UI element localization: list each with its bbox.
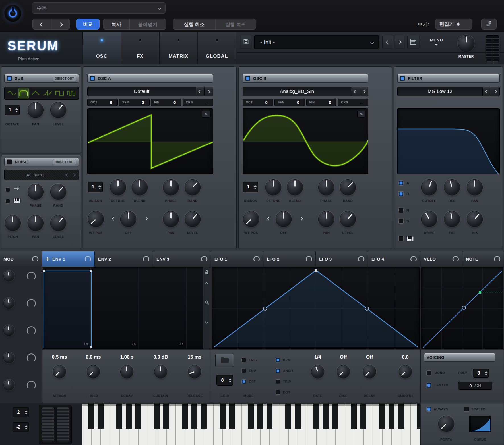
noise-next-icon[interactable]	[72, 173, 76, 177]
attack-knob[interactable]	[53, 365, 66, 378]
osc-b-wtpos-knob[interactable]	[243, 211, 259, 227]
lfo-delay-knob[interactable]	[363, 365, 376, 378]
osc-a-waveform-display[interactable]: ✎	[87, 108, 213, 174]
env1-display[interactable]: 1 s 2 s 3 s	[43, 267, 210, 349]
osc-a-rand-knob[interactable]	[185, 179, 201, 195]
mod-slot-3-knob[interactable]	[3, 325, 14, 336]
noise-keytrack-checkbox[interactable]	[5, 199, 10, 204]
host-prev-button[interactable]	[33, 19, 51, 30]
osc-b-detune-knob[interactable]	[265, 179, 281, 195]
osc-b-warp-prev-icon[interactable]	[267, 217, 271, 221]
filter-drive-knob[interactable]	[421, 211, 437, 227]
osc-b-blend-knob[interactable]	[287, 179, 303, 195]
lfo1-display[interactable]	[212, 267, 420, 349]
bend-up-stepper[interactable]: 2	[13, 407, 29, 417]
mod-wheel[interactable]	[57, 407, 69, 442]
lfo-mode-env-checkbox[interactable]	[241, 369, 246, 373]
lfo-rise-knob[interactable]	[337, 365, 350, 378]
porta-curve-display[interactable]	[469, 416, 491, 432]
osc-b-waveform-display[interactable]: ✎	[243, 108, 368, 174]
tab-lfo1[interactable]: LFO 1	[211, 251, 263, 267]
tab-lfo4[interactable]: LFO 4	[368, 251, 420, 267]
tab-global[interactable]: GLOBAL	[198, 32, 236, 64]
magnifier-icon[interactable]	[205, 300, 209, 306]
menu-button[interactable]: MENU	[424, 38, 448, 47]
tab-env1[interactable]: ENV 1	[42, 251, 95, 267]
sub-wave-sine-icon[interactable]	[7, 88, 17, 98]
osc-a-warp-next-icon[interactable]	[144, 217, 148, 221]
host-preset-dropdown[interactable]: 수동	[32, 2, 166, 14]
porta-knob[interactable]	[438, 416, 454, 432]
tab-fx[interactable]: FX	[121, 32, 159, 64]
drag-assign-icon[interactable]	[46, 257, 50, 261]
filter-route-b-checkbox[interactable]	[398, 191, 404, 196]
osc-a-pan-knob[interactable]	[163, 211, 179, 227]
preset-name-field[interactable]: - Init -	[254, 35, 379, 49]
sub-octave-stepper[interactable]: 1	[5, 105, 20, 115]
tab-osc[interactable]: OSC	[82, 32, 121, 64]
host-next-button[interactable]	[51, 19, 70, 30]
osc-a-unison-stepper[interactable]: 1	[88, 182, 103, 192]
lock-icon[interactable]	[205, 270, 209, 275]
osc-a-wt-prev-button[interactable]	[196, 87, 204, 96]
bend-down-stepper[interactable]: -2	[13, 422, 29, 432]
sub-wave-pulse-icon[interactable]	[66, 88, 77, 98]
osc-b-sem-field[interactable]: SEM0	[274, 99, 305, 106]
power-button[interactable]	[4, 5, 22, 22]
tab-velo[interactable]: VELO	[420, 251, 462, 267]
filter-cutoff-knob[interactable]	[421, 179, 437, 195]
osc-a-sem-field[interactable]: SEM0	[119, 99, 150, 106]
osc-a-enable-checkbox[interactable]	[90, 76, 95, 81]
preset-prev-button[interactable]	[382, 36, 393, 48]
osc-b-crs-field[interactable]: CRS--	[338, 99, 368, 106]
noise-oneshot-checkbox[interactable]	[5, 187, 10, 192]
sub-wave-saw-icon[interactable]	[42, 88, 53, 98]
filter-next-button[interactable]	[491, 87, 499, 96]
osc-b-level-knob[interactable]	[340, 211, 356, 227]
tab-matrix[interactable]: MATRIX	[159, 32, 198, 64]
mod-slot-1-knob[interactable]	[3, 271, 14, 281]
osc-b-pan-knob[interactable]	[318, 211, 334, 227]
pitch-wheel[interactable]	[42, 407, 54, 442]
save-preset-button[interactable]	[240, 36, 252, 48]
filter-prev-button[interactable]	[482, 87, 491, 96]
osc-a-warp-knob[interactable]	[120, 211, 136, 227]
noise-level-knob[interactable]	[50, 215, 66, 231]
compare-button[interactable]: 비교	[76, 19, 100, 30]
noise-phase-knob[interactable]	[28, 184, 44, 200]
master-knob[interactable]	[458, 35, 474, 52]
noise-direct-out-button[interactable]: DIRECT OUT	[53, 159, 76, 165]
osc-b-fin-field[interactable]: FIN0	[306, 99, 337, 106]
sub-enable-checkbox[interactable]	[7, 76, 12, 81]
hold-knob[interactable]	[87, 365, 100, 378]
osc-b-edit-pencil-icon[interactable]: ✎	[357, 111, 366, 118]
lfo-dotted-checkbox[interactable]	[276, 390, 280, 395]
lfo-grid-stepper[interactable]: 8	[216, 375, 233, 386]
lfo-anchor-checkbox[interactable]	[276, 369, 280, 373]
release-knob[interactable]	[188, 365, 201, 378]
osc-a-wavetable-selector[interactable]: Default	[87, 87, 213, 96]
lfo-rate-knob[interactable]	[311, 365, 324, 378]
note-curve-display[interactable]	[421, 267, 503, 349]
osc-b-wt-next-button[interactable]	[360, 87, 368, 96]
lfo-bpm-checkbox[interactable]	[276, 358, 280, 362]
osc-a-fin-field[interactable]: FIN0	[151, 99, 181, 106]
mono-checkbox[interactable]	[426, 370, 431, 375]
osc-b-warp-next-icon[interactable]	[299, 217, 303, 221]
sub-direct-out-button[interactable]: DIRECT OUT	[53, 76, 76, 81]
tab-env2[interactable]: ENV 2	[95, 251, 153, 267]
zoom-out-chevron-icon[interactable]	[205, 320, 208, 324]
osc-b-wt-prev-button[interactable]	[351, 87, 360, 96]
sub-wave-square-icon[interactable]	[54, 88, 65, 98]
tab-mod[interactable]: MOD	[0, 251, 42, 267]
osc-b-warp-knob[interactable]	[276, 211, 292, 227]
tab-note[interactable]: NOTE	[462, 251, 504, 267]
lfo-triplet-checkbox[interactable]	[276, 379, 280, 384]
lfo-mode-trig-checkbox[interactable]	[241, 358, 246, 362]
sub-wave-triangle-icon[interactable]	[30, 88, 41, 98]
mod-slot-4-knob[interactable]	[3, 352, 14, 363]
view-selector[interactable]: 편집기	[435, 19, 472, 30]
filter-fat-knob[interactable]	[444, 211, 460, 227]
mod-slot-2-knob[interactable]	[3, 298, 14, 309]
sub-level-knob[interactable]	[50, 102, 66, 118]
